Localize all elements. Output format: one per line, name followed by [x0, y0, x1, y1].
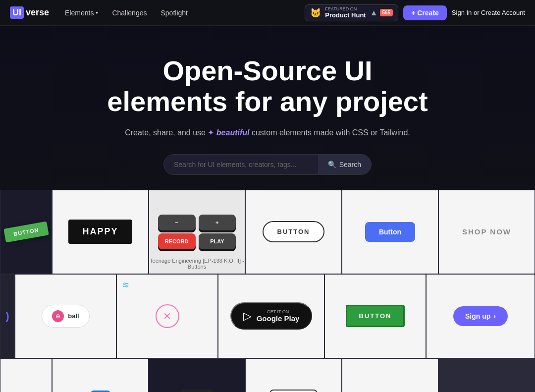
nav-challenges[interactable]: Challenges — [112, 9, 147, 17]
keypad: − + RECORD PLAY — [153, 210, 241, 254]
nav-spotlight[interactable]: Spotlight — [160, 9, 187, 17]
grid-cell-outline2: Button — [245, 358, 342, 392]
product-hunt-info: FEATURED ON Product Hunt — [325, 7, 366, 19]
outline-button[interactable]: BUTTON — [263, 221, 325, 242]
grid-cell-tailwind-close: ≋ ✕ — [116, 274, 218, 358]
grid-cell-signup: Sign up › — [426, 274, 535, 358]
ph-count-area: ▲ 565 — [370, 8, 393, 17]
grid-cell-green-btn: BUTTON — [324, 274, 426, 358]
search-bar: 🔍 Search — [163, 154, 372, 175]
grid-cell-partial: ) — [0, 274, 15, 358]
signin-button[interactable]: Sign In or Create Account — [452, 9, 525, 16]
ph-featured-label: FEATURED ON — [325, 7, 366, 11]
hero-title: Open-Source UI elements for any project — [10, 56, 525, 116]
chevron-right-icon: › — [493, 312, 496, 320]
hero-subtitle2: custom elements made with CSS or Tailwin… — [252, 128, 410, 137]
signup-label: Sign up — [465, 312, 490, 320]
blue-button[interactable]: Button — [365, 222, 415, 242]
logo[interactable]: UIverse — [10, 6, 49, 19]
outline-button-2[interactable]: Button — [269, 390, 318, 392]
grid-row-3: G 🎤 ✓ DEL Button ⊛ HTML React — [0, 358, 535, 392]
keypad-caption: Teenage Engineering [EP-133 K.O. II] - B… — [149, 258, 245, 270]
key-plus[interactable]: + — [199, 215, 236, 230]
dribbble-icon: ⊕ — [52, 310, 64, 322]
grid-cell-check: ✓ — [52, 358, 149, 392]
partial-arc: ) — [5, 310, 9, 323]
green-pill-button[interactable]: BUTTON — [3, 221, 49, 242]
gplay-store: Google Play — [257, 314, 300, 323]
hero-section: Open-Source UI elements for any project … — [0, 0, 535, 392]
grid-cell-google-search: G 🎤 — [0, 358, 52, 392]
signup-button[interactable]: Sign up › — [453, 306, 508, 326]
google-play-button[interactable]: ▷ GET IT ON Google Play — [230, 302, 313, 330]
del-button[interactable]: DEL — [179, 390, 214, 392]
gplay-get-it: GET IT ON — [257, 309, 300, 314]
hero-title-line1: Open-Source UI — [162, 55, 372, 86]
product-hunt-icon: 🐱 — [310, 7, 321, 18]
ph-name: Product Hunt — [325, 11, 366, 19]
logo-verse: verse — [26, 7, 49, 18]
tailwind-icon: ≋ — [122, 280, 129, 290]
close-button[interactable]: ✕ — [156, 304, 179, 328]
grid-cell-google-play: ▷ GET IT ON Google Play — [218, 274, 324, 358]
nav-elements[interactable]: Elements ▾ — [65, 9, 98, 17]
dribbble-button[interactable]: ⊕ ball — [42, 305, 89, 328]
beautiful-text: beautiful — [216, 128, 250, 137]
key-play[interactable]: PLAY — [199, 233, 236, 249]
grid-cell-del: DEL — [149, 358, 245, 392]
happy-button[interactable]: HAPPY — [68, 220, 132, 244]
logo-ui: UI — [10, 6, 24, 19]
key-minus[interactable]: − — [158, 215, 196, 230]
chevron-down-icon: ▾ — [96, 10, 98, 15]
ph-count: 565 — [380, 9, 393, 16]
product-hunt-badge[interactable]: 🐱 FEATURED ON Product Hunt ▲ 565 — [305, 4, 398, 21]
dribbble-label: ball — [68, 312, 79, 320]
nav-right: 🐱 FEATURED ON Product Hunt ▲ 565 + Creat… — [305, 4, 525, 21]
grid-cell-dribbble: ⊕ ball — [15, 274, 116, 358]
grid-row-2: ) ⊕ ball ≋ ✕ ▷ GET IT ON Google Play — [0, 274, 535, 358]
grid-cell-keypad: − + RECORD PLAY Teenage Engineering [EP-… — [149, 190, 245, 274]
grid-row-1: BUTTON HAPPY − + RECORD PLAY Teenage Eng… — [0, 190, 535, 274]
google-play-text: GET IT ON Google Play — [257, 309, 300, 323]
grid-cell-outline-btn: BUTTON — [245, 190, 342, 274]
key-record[interactable]: RECORD — [158, 233, 196, 249]
triangle-icon: ▲ — [370, 8, 378, 17]
grid-cell-green-pill: BUTTON — [0, 190, 52, 274]
green-button[interactable]: BUTTON — [346, 305, 405, 327]
grid-cell-happy: HAPPY — [52, 190, 149, 274]
grid-cell-github: ⊛ — [342, 358, 438, 392]
google-play-icon: ▷ — [243, 310, 252, 323]
search-input[interactable] — [164, 155, 318, 174]
search-button[interactable]: 🔍 Search — [318, 155, 371, 174]
search-icon: 🔍 — [328, 161, 336, 168]
shop-now-text: SHOP NOW — [462, 227, 511, 236]
navbar: UIverse Elements ▾ Challenges Spotlight … — [0, 0, 535, 26]
grid-cell-shop-now: SHOP NOW — [438, 190, 535, 274]
hero-inner: Open-Source UI elements for any project … — [0, 26, 535, 190]
create-button[interactable]: + Create — [403, 5, 447, 20]
hero-subtitle: Create, share, and use ✦ beautiful custo… — [10, 126, 525, 139]
nav-links: Elements ▾ Challenges Spotlight — [65, 9, 305, 17]
close-icon: ✕ — [163, 310, 171, 322]
grid-cell-blue-btn: Button — [342, 190, 438, 274]
sparkle-icon: ✦ — [208, 128, 216, 137]
hero-title-line2: elements for any project — [107, 86, 428, 117]
grid-cell-html-react: HTML React — [438, 358, 535, 392]
